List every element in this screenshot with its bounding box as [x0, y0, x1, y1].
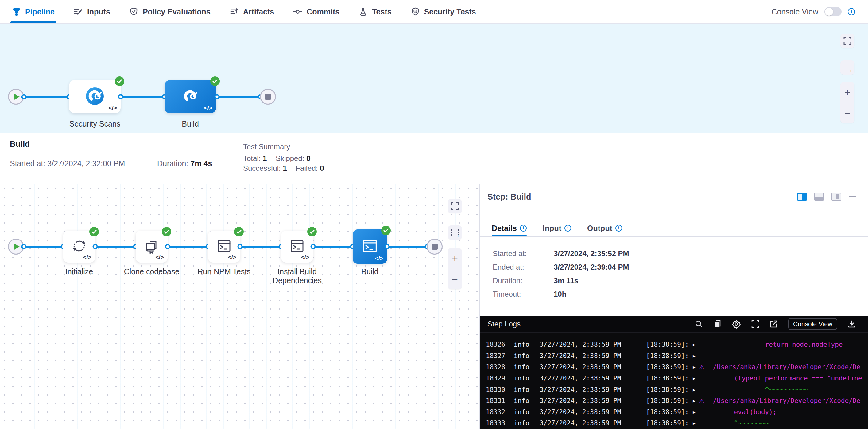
sync-icon [71, 238, 87, 255]
tab-label: Inputs [87, 7, 110, 16]
log-content: /Users/anka/Library/Developer/Xcode/De [713, 363, 860, 371]
step-logs-title: Step Logs [487, 320, 521, 328]
end-node[interactable] [427, 239, 443, 254]
detail-label: Timeout: [493, 290, 554, 299]
log-level: info [514, 408, 529, 416]
tab-details[interactable]: Details [492, 220, 527, 236]
toggle-knob [825, 8, 833, 16]
execution-graph-canvas[interactable]: </> </> [0, 184, 480, 429]
detail-value: 3m 11s [554, 276, 578, 285]
info-icon[interactable] [520, 225, 527, 232]
tab-policy-evaluations[interactable]: Policy Evaluations [129, 0, 211, 23]
tab-commits[interactable]: Commits [293, 0, 339, 23]
tab-inputs[interactable]: Inputs [74, 0, 110, 23]
expand-arrow-icon[interactable]: ▸ [693, 398, 695, 404]
tab-security-tests[interactable]: Security Tests [411, 0, 476, 23]
connector-dot [384, 244, 390, 249]
info-icon[interactable] [848, 8, 855, 16]
zoom-in-button[interactable]: + [844, 87, 850, 98]
collapse-panel-button[interactable] [849, 196, 856, 197]
step-label: Initialize [39, 267, 119, 276]
stage-node-security-scans[interactable]: </> [69, 80, 121, 113]
log-timestamp: 3/27/2024, 2:38:59 PM [539, 352, 625, 360]
log-content: ^~~~~~~~~ [699, 420, 769, 427]
success-check-icon [89, 227, 99, 237]
step-node-initialize[interactable]: </> [63, 231, 95, 263]
log-line: 18331 info 3/27/2024, 2:38:59 PM [18:38:… [480, 395, 868, 406]
layout-split-bottom-icon[interactable] [814, 193, 824, 201]
tab-tests[interactable]: Tests [359, 0, 391, 23]
tab-label: Artifacts [243, 7, 274, 16]
code-badge: </> [228, 254, 236, 261]
step-panel-header: Step: Build [480, 184, 868, 209]
search-icon[interactable] [695, 320, 703, 328]
zoom-in-button[interactable]: + [452, 253, 458, 264]
marquee-icon: + [844, 64, 851, 71]
tab-output[interactable]: Output [587, 220, 622, 236]
test-summary-row: Total: 1 Skipped: 0 [243, 154, 324, 163]
copy-icon[interactable] [713, 320, 721, 328]
warning-icon: ⚠ [699, 397, 704, 404]
log-level: info [514, 397, 529, 404]
end-node[interactable] [260, 89, 276, 105]
open-in-new-icon[interactable] [770, 320, 778, 328]
tab-input[interactable]: Input [542, 220, 571, 236]
test-summary: Test Summary Total: 1 Skipped: 0 Success… [243, 143, 324, 173]
step-node-run-npm-tests[interactable]: </> [208, 231, 240, 263]
step-panel-tabs: Details Input Output [480, 220, 868, 237]
log-level: info [514, 352, 529, 360]
layout-floating-icon[interactable] [832, 193, 841, 201]
zoom-out-button[interactable]: − [844, 108, 850, 118]
pipeline-execution-page: Pipeline Inputs Policy Evaluations Artif… [0, 0, 868, 429]
settings-gear-icon[interactable] [732, 319, 741, 329]
tab-artifacts[interactable]: Artifacts [229, 0, 274, 23]
console-view-toggle[interactable] [825, 7, 842, 16]
expand-arrow-icon[interactable]: ▸ [693, 387, 695, 393]
connector-dot [118, 94, 123, 99]
tab-label: Details [492, 224, 517, 233]
expand-arrow-icon[interactable]: ▸ [693, 364, 695, 370]
pipeline-icon [12, 7, 21, 16]
tab-label: Policy Evaluations [143, 7, 211, 16]
log-bracket-time: [18:38:59]: [646, 420, 689, 427]
info-icon[interactable] [615, 225, 622, 232]
fullscreen-icon[interactable] [751, 320, 760, 328]
fullscreen-button[interactable] [448, 199, 462, 213]
stage-node-build[interactable]: </> [164, 80, 216, 113]
log-timestamp: 3/27/2024, 2:38:59 PM [539, 408, 625, 416]
expand-arrow-icon[interactable]: ▸ [693, 375, 695, 381]
layout-split-right-icon[interactable] [797, 193, 807, 201]
workspace: </> </> [0, 184, 868, 429]
stage-graph-canvas[interactable]: </> </> Sec [0, 24, 868, 133]
detail-label: Ended at: [493, 263, 554, 272]
log-content: ^~~~~~~~~~~ [699, 386, 808, 393]
zoom-out-button[interactable]: − [452, 274, 458, 284]
nav-tabs: Pipeline Inputs Policy Evaluations Artif… [0, 0, 476, 23]
log-level: info [514, 375, 529, 382]
download-icon[interactable] [848, 320, 856, 328]
info-icon[interactable] [564, 225, 571, 232]
expand-arrow-icon[interactable]: ▸ [693, 420, 695, 426]
step-node-clone-codebase[interactable]: </> [136, 231, 167, 263]
success-check-icon [381, 226, 391, 235]
terminal-icon [216, 238, 232, 255]
code-badge: </> [375, 255, 383, 262]
expand-arrow-icon[interactable]: ▸ [693, 353, 695, 359]
step-node-build[interactable]: </> [353, 229, 387, 264]
log-bracket-time: [18:38:59]: [646, 408, 689, 416]
fullscreen-button[interactable] [840, 34, 855, 48]
expand-arrow-icon[interactable]: ▸ [693, 409, 695, 415]
marquee-select-button[interactable]: + [448, 225, 462, 240]
stage-summary-title: Build [10, 140, 30, 149]
detail-value: 3/27/2024, 2:35:52 PM [554, 249, 629, 258]
log-output[interactable]: 18326 info 3/27/2024, 2:38:59 PM [18:38:… [480, 332, 868, 429]
code-badge: </> [83, 254, 91, 261]
step-node-install-build-dependencies[interactable]: </> [281, 231, 313, 263]
log-line-number: 18333 [486, 420, 505, 427]
tab-pipeline[interactable]: Pipeline [12, 0, 55, 23]
step-detail-panel: Step: Build Details Input [480, 184, 868, 429]
marquee-select-button[interactable]: + [840, 61, 855, 74]
expand-arrow-icon[interactable]: ▸ [693, 341, 695, 348]
console-view-button[interactable]: Console View [788, 318, 837, 330]
top-nav: Pipeline Inputs Policy Evaluations Artif… [0, 0, 868, 24]
